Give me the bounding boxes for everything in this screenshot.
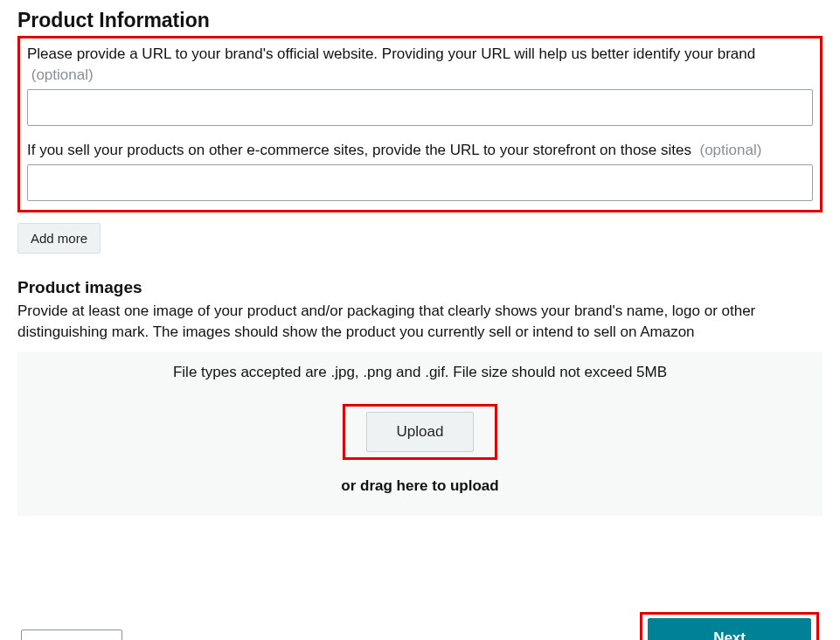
file-type-hint: File types accepted are .jpg, .png and .…: [31, 364, 809, 381]
upload-highlight-box: Upload: [343, 404, 498, 460]
url-fields-group: Please provide a URL to your brand's off…: [17, 36, 823, 212]
add-more-button[interactable]: Add more: [17, 223, 101, 254]
drag-to-upload-text: or drag here to upload: [31, 477, 809, 495]
upload-panel[interactable]: File types accepted are .jpg, .png and .…: [17, 351, 823, 516]
storefront-url-optional-tag: (optional): [699, 142, 761, 158]
footer-actions: Previous Cancel Next: [17, 612, 823, 640]
product-information-page: Product Information Please provide a URL…: [0, 0, 840, 640]
page-title: Product Information: [17, 9, 823, 32]
storefront-url-label-text: If you sell your products on other e-com…: [27, 142, 691, 158]
brand-url-label: Please provide a URL to your brand's off…: [27, 44, 813, 86]
brand-url-input[interactable]: [27, 89, 813, 126]
next-highlight-box: Next: [640, 612, 819, 640]
previous-button[interactable]: Previous: [21, 630, 122, 640]
upload-button[interactable]: Upload: [366, 412, 475, 452]
brand-url-label-text: Please provide a URL to your brand's off…: [27, 45, 755, 62]
storefront-url-input[interactable]: [27, 164, 813, 201]
product-images-description: Provide at least one image of your produ…: [17, 301, 823, 343]
storefront-url-label: If you sell your products on other e-com…: [27, 140, 813, 161]
brand-url-optional-tag: (optional): [31, 66, 94, 83]
product-images-title: Product images: [17, 278, 823, 297]
next-button[interactable]: Next: [648, 618, 811, 640]
